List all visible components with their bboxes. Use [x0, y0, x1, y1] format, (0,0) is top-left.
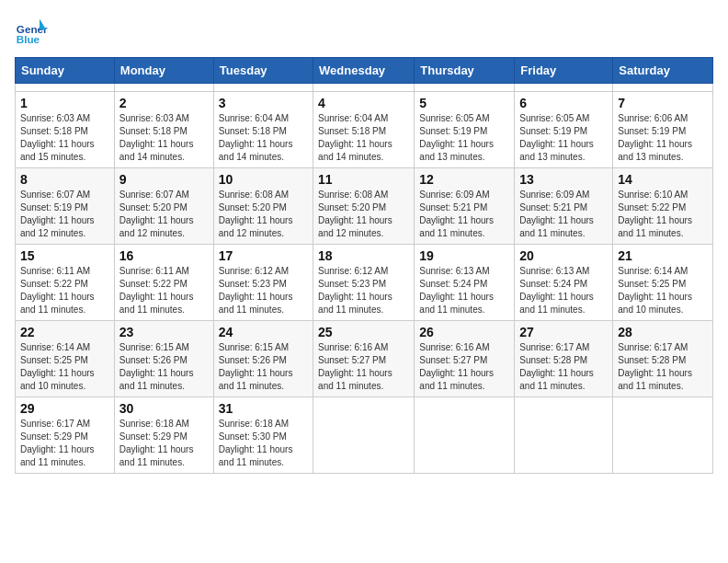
- day-number: 12: [419, 172, 509, 187]
- day-number: 2: [119, 96, 209, 110]
- calendar-row-5: 22 Sunrise: 6:14 AMSunset: 5:25 PMDaylig…: [16, 321, 713, 397]
- day-detail: Sunrise: 6:18 AMSunset: 5:29 PMDaylight:…: [119, 419, 194, 467]
- day-number: 15: [20, 248, 109, 263]
- day-detail: Sunrise: 6:17 AMSunset: 5:28 PMDaylight:…: [618, 342, 692, 391]
- days-of-week-row: SundayMondayTuesdayWednesdayThursdayFrid…: [16, 58, 713, 84]
- day-cell-10: 10 Sunrise: 6:08 AMSunset: 5:20 PMDaylig…: [213, 168, 313, 245]
- day-number: 5: [419, 96, 509, 110]
- day-detail: Sunrise: 6:09 AMSunset: 5:21 PMDaylight:…: [419, 190, 494, 238]
- day-detail: Sunrise: 6:16 AMSunset: 5:27 PMDaylight:…: [419, 342, 494, 391]
- page-header: General Blue: [15, 15, 713, 48]
- day-cell-11: 11 Sunrise: 6:08 AMSunset: 5:20 PMDaylig…: [313, 168, 415, 245]
- day-number: 30: [119, 401, 209, 416]
- empty-cell: [515, 397, 613, 474]
- day-cell-5: 5 Sunrise: 6:05 AMSunset: 5:19 PMDayligh…: [415, 92, 515, 168]
- calendar-table: SundayMondayTuesdayWednesdayThursdayFrid…: [15, 57, 713, 474]
- empty-cell: [313, 397, 415, 474]
- day-cell-25: 25 Sunrise: 6:16 AMSunset: 5:27 PMDaylig…: [313, 321, 415, 397]
- day-cell-26: 26 Sunrise: 6:16 AMSunset: 5:27 PMDaylig…: [415, 321, 515, 397]
- day-detail: Sunrise: 6:14 AMSunset: 5:25 PMDaylight:…: [20, 342, 95, 391]
- day-cell-19: 19 Sunrise: 6:13 AMSunset: 5:24 PMDaylig…: [415, 245, 515, 321]
- day-detail: Sunrise: 6:05 AMSunset: 5:19 PMDaylight:…: [419, 113, 494, 162]
- dow-header-friday: Friday: [515, 58, 613, 84]
- day-number: 19: [419, 248, 509, 263]
- day-cell-7: 7 Sunrise: 6:06 AMSunset: 5:19 PMDayligh…: [613, 92, 713, 168]
- day-cell-31: 31 Sunrise: 6:18 AMSunset: 5:30 PMDaylig…: [213, 397, 313, 474]
- day-number: 13: [519, 172, 608, 187]
- day-number: 7: [618, 96, 708, 110]
- day-number: 23: [119, 325, 209, 339]
- day-number: 11: [318, 172, 409, 187]
- day-cell-29: 29 Sunrise: 6:17 AMSunset: 5:29 PMDaylig…: [16, 397, 115, 474]
- day-number: 14: [618, 172, 708, 187]
- day-detail: Sunrise: 6:07 AMSunset: 5:20 PMDaylight:…: [119, 190, 194, 238]
- logo: General Blue: [15, 15, 51, 48]
- day-cell-30: 30 Sunrise: 6:18 AMSunset: 5:29 PMDaylig…: [114, 397, 213, 474]
- day-number: 17: [219, 248, 308, 263]
- day-detail: Sunrise: 6:14 AMSunset: 5:25 PMDaylight:…: [618, 266, 692, 315]
- day-number: 9: [119, 172, 209, 187]
- day-number: 16: [119, 248, 209, 263]
- day-number: 25: [318, 325, 409, 339]
- day-number: 20: [519, 248, 608, 263]
- day-number: 18: [318, 248, 409, 263]
- day-detail: Sunrise: 6:13 AMSunset: 5:24 PMDaylight:…: [519, 266, 594, 315]
- day-detail: Sunrise: 6:08 AMSunset: 5:20 PMDaylight:…: [219, 190, 293, 238]
- day-cell-14: 14 Sunrise: 6:10 AMSunset: 5:22 PMDaylig…: [613, 168, 713, 245]
- day-cell-13: 13 Sunrise: 6:09 AMSunset: 5:21 PMDaylig…: [515, 168, 613, 245]
- day-cell-23: 23 Sunrise: 6:15 AMSunset: 5:26 PMDaylig…: [114, 321, 213, 397]
- day-cell-6: 6 Sunrise: 6:05 AMSunset: 5:19 PMDayligh…: [515, 92, 613, 168]
- day-number: 29: [20, 401, 109, 416]
- day-cell-2: 2 Sunrise: 6:03 AMSunset: 5:18 PMDayligh…: [114, 92, 213, 168]
- empty-cell: [515, 84, 613, 92]
- dow-header-tuesday: Tuesday: [213, 58, 313, 84]
- day-number: 31: [219, 401, 308, 416]
- dow-header-sunday: Sunday: [16, 58, 115, 84]
- day-number: 1: [20, 96, 109, 110]
- empty-cell: [16, 84, 115, 92]
- day-cell-27: 27 Sunrise: 6:17 AMSunset: 5:28 PMDaylig…: [515, 321, 613, 397]
- day-cell-18: 18 Sunrise: 6:12 AMSunset: 5:23 PMDaylig…: [313, 245, 415, 321]
- day-detail: Sunrise: 6:04 AMSunset: 5:18 PMDaylight:…: [219, 113, 293, 162]
- dow-header-wednesday: Wednesday: [313, 58, 415, 84]
- day-cell-15: 15 Sunrise: 6:11 AMSunset: 5:22 PMDaylig…: [16, 245, 115, 321]
- dow-header-saturday: Saturday: [613, 58, 713, 84]
- day-detail: Sunrise: 6:10 AMSunset: 5:22 PMDaylight:…: [618, 190, 692, 238]
- day-detail: Sunrise: 6:11 AMSunset: 5:22 PMDaylight:…: [119, 266, 194, 315]
- day-detail: Sunrise: 6:15 AMSunset: 5:26 PMDaylight:…: [219, 342, 293, 391]
- calendar-body: 1 Sunrise: 6:03 AMSunset: 5:18 PMDayligh…: [16, 84, 713, 474]
- day-number: 24: [219, 325, 308, 339]
- calendar-row-2: 1 Sunrise: 6:03 AMSunset: 5:18 PMDayligh…: [16, 92, 713, 168]
- day-detail: Sunrise: 6:12 AMSunset: 5:23 PMDaylight:…: [219, 266, 293, 315]
- day-detail: Sunrise: 6:03 AMSunset: 5:18 PMDaylight:…: [20, 113, 95, 162]
- empty-cell: [313, 84, 415, 92]
- day-cell-4: 4 Sunrise: 6:04 AMSunset: 5:18 PMDayligh…: [313, 92, 415, 168]
- day-detail: Sunrise: 6:04 AMSunset: 5:18 PMDaylight:…: [318, 113, 392, 162]
- day-cell-20: 20 Sunrise: 6:13 AMSunset: 5:24 PMDaylig…: [515, 245, 613, 321]
- empty-cell: [114, 84, 213, 92]
- day-detail: Sunrise: 6:07 AMSunset: 5:19 PMDaylight:…: [20, 190, 95, 238]
- day-cell-12: 12 Sunrise: 6:09 AMSunset: 5:21 PMDaylig…: [415, 168, 515, 245]
- day-cell-24: 24 Sunrise: 6:15 AMSunset: 5:26 PMDaylig…: [213, 321, 313, 397]
- day-detail: Sunrise: 6:17 AMSunset: 5:29 PMDaylight:…: [20, 419, 95, 467]
- day-detail: Sunrise: 6:17 AMSunset: 5:28 PMDaylight:…: [519, 342, 594, 391]
- day-cell-17: 17 Sunrise: 6:12 AMSunset: 5:23 PMDaylig…: [213, 245, 313, 321]
- day-cell-1: 1 Sunrise: 6:03 AMSunset: 5:18 PMDayligh…: [16, 92, 115, 168]
- day-detail: Sunrise: 6:13 AMSunset: 5:24 PMDaylight:…: [419, 266, 494, 315]
- day-detail: Sunrise: 6:15 AMSunset: 5:26 PMDaylight:…: [119, 342, 194, 391]
- day-detail: Sunrise: 6:18 AMSunset: 5:30 PMDaylight:…: [219, 419, 293, 467]
- empty-cell: [613, 397, 713, 474]
- day-number: 21: [618, 248, 708, 263]
- calendar-row-1: [16, 84, 713, 92]
- day-detail: Sunrise: 6:05 AMSunset: 5:19 PMDaylight:…: [519, 113, 594, 162]
- calendar-row-3: 8 Sunrise: 6:07 AMSunset: 5:19 PMDayligh…: [16, 168, 713, 245]
- day-cell-9: 9 Sunrise: 6:07 AMSunset: 5:20 PMDayligh…: [114, 168, 213, 245]
- day-number: 4: [318, 96, 409, 110]
- day-detail: Sunrise: 6:03 AMSunset: 5:18 PMDaylight:…: [119, 113, 194, 162]
- day-detail: Sunrise: 6:12 AMSunset: 5:23 PMDaylight:…: [318, 266, 392, 315]
- day-number: 26: [419, 325, 509, 339]
- day-number: 8: [20, 172, 109, 187]
- empty-cell: [613, 84, 713, 92]
- dow-header-monday: Monday: [114, 58, 213, 84]
- day-cell-22: 22 Sunrise: 6:14 AMSunset: 5:25 PMDaylig…: [16, 321, 115, 397]
